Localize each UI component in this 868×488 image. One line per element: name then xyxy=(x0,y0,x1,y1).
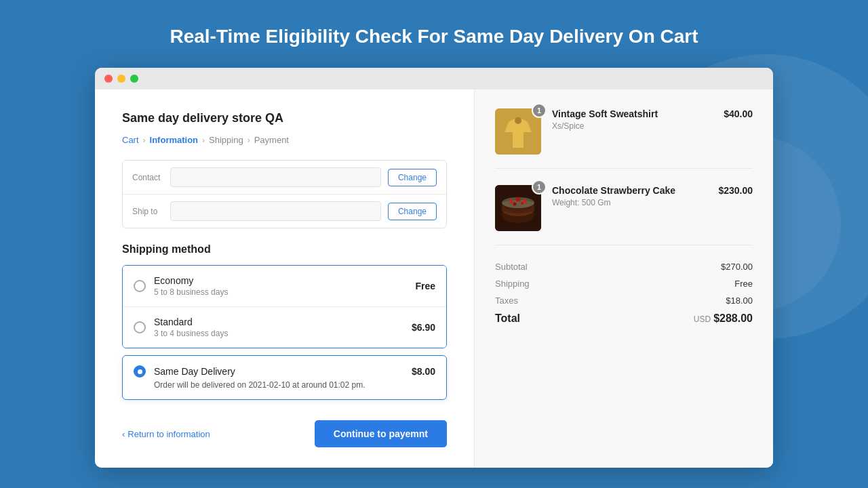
subtotal-label: Subtotal xyxy=(495,262,528,272)
breadcrumb-shipping: Shipping xyxy=(209,135,243,145)
breadcrumb-payment: Payment xyxy=(254,135,289,145)
ship-to-row: Ship to Change xyxy=(123,195,446,228)
order-item-cake: 1 Chocolate Strawberry Cake Weight: 500 … xyxy=(495,185,753,245)
sweatshirt-price: $40.00 xyxy=(724,108,753,119)
continue-to-payment-button[interactable]: Continue to payemnt xyxy=(315,420,447,447)
radio-economy xyxy=(134,280,146,292)
cake-img-wrap: 1 xyxy=(495,185,541,231)
breadcrumb-information[interactable]: Information xyxy=(150,135,199,145)
sweatshirt-badge: 1 xyxy=(532,103,547,118)
shipping-row: Shipping Free xyxy=(495,279,753,289)
taxes-row: Taxes $18.00 xyxy=(495,296,753,306)
same-day-name: Same Day Delivery xyxy=(154,366,412,377)
contact-label: Contact xyxy=(132,173,170,182)
subtotal-value: $270.00 xyxy=(721,262,753,272)
breadcrumb-cart[interactable]: Cart xyxy=(122,135,139,145)
window-minimize-dot[interactable] xyxy=(117,75,125,83)
radio-standard xyxy=(134,321,146,333)
back-label: Return to information xyxy=(127,429,210,439)
svg-point-8 xyxy=(509,199,513,203)
order-summary-panel: 1 Vintage Soft Sweatshirt Xs/Spice $40.0… xyxy=(475,89,773,468)
footer-nav: ‹ Return to information Continue to paye… xyxy=(122,420,447,447)
shipping-option-same-day[interactable]: Same Day Delivery $8.00 Order will be de… xyxy=(122,355,447,400)
ship-to-change-button[interactable]: Change xyxy=(388,203,437,220)
radio-same-day xyxy=(134,365,146,378)
contact-row: Contact Change xyxy=(123,161,446,195)
standard-days: 3 to 4 business days xyxy=(154,329,412,338)
totals-section: Subtotal $270.00 Shipping Free Taxes $18… xyxy=(495,262,753,325)
svg-point-12 xyxy=(521,202,524,205)
shipping-label: Shipping xyxy=(495,279,530,289)
back-chevron-icon: ‹ xyxy=(122,429,125,439)
page-title: Real-Time Eligibility Check For Same Day… xyxy=(0,0,868,68)
sweatshirt-img-wrap: 1 xyxy=(495,108,541,155)
window-close-dot[interactable] xyxy=(104,75,113,83)
taxes-value: $18.00 xyxy=(726,296,753,306)
shipping-option-standard[interactable]: Standard 3 to 4 business days $6.90 xyxy=(123,307,446,348)
contact-change-button[interactable]: Change xyxy=(388,169,437,186)
back-to-information-link[interactable]: ‹ Return to information xyxy=(122,429,210,439)
radio-dot xyxy=(138,369,142,374)
breadcrumb-sep-1: › xyxy=(143,136,146,145)
browser-titlebar xyxy=(95,68,773,89)
shipping-option-economy[interactable]: Economy 5 to 8 business days Free xyxy=(123,266,446,307)
order-item-sweatshirt: 1 Vintage Soft Sweatshirt Xs/Spice $40.0… xyxy=(495,108,753,169)
standard-name: Standard xyxy=(154,317,412,327)
browser-window: Same day delivery store QA Cart › Inform… xyxy=(95,68,773,468)
sweatshirt-name: Vintage Soft Sweatshirt xyxy=(552,108,724,119)
total-value: $288.00 xyxy=(713,312,753,324)
window-maximize-dot[interactable] xyxy=(130,75,138,83)
sweatshirt-variant: Xs/Spice xyxy=(552,121,724,131)
contact-input[interactable] xyxy=(170,167,381,187)
ship-to-input[interactable] xyxy=(170,201,381,221)
economy-name: Economy xyxy=(154,275,415,286)
breadcrumb-sep-2: › xyxy=(202,136,205,145)
svg-point-10 xyxy=(523,199,527,203)
subtotal-row: Subtotal $270.00 xyxy=(495,262,753,272)
cake-name: Chocolate Strawberry Cake xyxy=(552,185,718,196)
svg-point-9 xyxy=(516,197,521,202)
breadcrumb: Cart › Information › Shipping › Payment xyxy=(122,135,447,145)
checkout-left-panel: Same day delivery store QA Cart › Inform… xyxy=(95,89,475,468)
standard-price: $6.90 xyxy=(412,322,435,333)
breadcrumb-sep-3: › xyxy=(248,136,250,145)
ship-to-label: Ship to xyxy=(132,207,170,216)
store-name: Same day delivery store QA xyxy=(122,111,447,125)
cake-badge: 1 xyxy=(532,180,547,195)
cake-variant: Weight: 500 Gm xyxy=(552,198,718,207)
shipping-options-list: Economy 5 to 8 business days Free Standa… xyxy=(122,265,447,348)
total-row: Total USD$288.00 xyxy=(495,312,753,325)
same-day-description: Order will be delivered on 2021-02-10 at… xyxy=(154,380,435,390)
total-label: Total xyxy=(495,312,520,325)
svg-point-1 xyxy=(515,117,521,124)
economy-price: Free xyxy=(415,281,435,291)
shipping-method-title: Shipping method xyxy=(122,243,447,256)
same-day-price: $8.00 xyxy=(412,366,435,377)
total-currency: USD xyxy=(694,314,711,324)
svg-point-11 xyxy=(513,203,517,206)
total-combined: USD$288.00 xyxy=(694,312,753,325)
cake-price: $230.00 xyxy=(718,185,753,196)
economy-days: 5 to 8 business days xyxy=(154,287,415,297)
shipping-value: Free xyxy=(734,279,753,289)
taxes-label: Taxes xyxy=(495,296,518,306)
contact-section: Contact Change Ship to Change xyxy=(122,160,447,228)
